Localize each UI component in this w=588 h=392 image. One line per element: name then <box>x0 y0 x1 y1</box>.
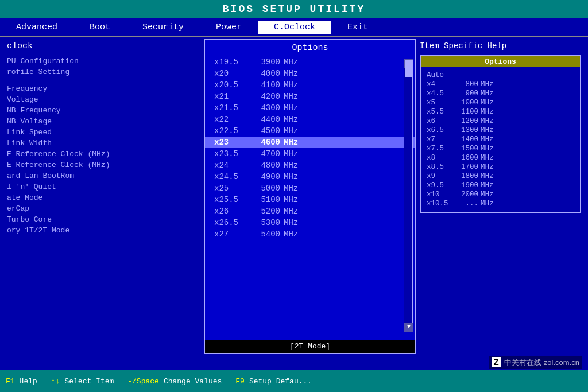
bottom-setup: F9 Setup Defau... <box>235 377 312 386</box>
option-row[interactable]: x22.54500MHz <box>205 125 415 137</box>
menu-nb-voltage[interactable]: NB Voltage <box>7 116 197 127</box>
scrollbar[interactable]: ▲ ▼ <box>404 59 413 332</box>
menu-link-width[interactable]: Link Width <box>7 138 197 149</box>
option-row[interactable]: x25.55100MHz <box>205 194 415 205</box>
menu-memory-mode[interactable]: ory 1T/2T Mode <box>7 225 197 236</box>
watermark-text: 中关村在线 <box>504 358 541 367</box>
watermark-url: zol.com.cn <box>544 358 579 367</box>
bios-screen: BIOS SETUP UTILITY Advanced Boot Securit… <box>0 0 588 392</box>
option-row[interactable]: x234600MHz <box>205 137 415 148</box>
option-row[interactable]: x19.53900MHz <box>205 56 415 68</box>
right-option-row: x61200MHz <box>427 117 574 126</box>
option-row[interactable]: x275400MHz <box>205 228 415 240</box>
right-panel: Item Specific Help Options Autox4800MHzx… <box>413 37 588 222</box>
bottom-bar: F1 Help ↑↓ Select Item -/Space Change Va… <box>0 370 588 392</box>
option-row[interactable]: x20.54100MHz <box>205 79 415 91</box>
nav-coclock[interactable]: C.Oclock <box>258 21 331 34</box>
option-row[interactable]: x23.54700MHz <box>205 148 415 160</box>
right-option-row: x102000MHz <box>427 190 574 199</box>
right-option-row: x10.5...MHz <box>427 199 574 208</box>
space-key: -/Space <box>127 377 159 386</box>
menu-e-ref-clk2[interactable]: E Reference Clock (MHz) <box>7 160 197 170</box>
arrows-key: ↑↓ <box>51 377 60 386</box>
scrollbar-down-arrow[interactable]: ▼ <box>404 323 413 332</box>
help-title: Item Specific Help <box>420 41 581 51</box>
options-list: x19.53900MHzx204000MHzx20.54100MHzx21420… <box>205 56 415 335</box>
watermark: Z 中关村在线 zol.com.cn <box>489 356 582 369</box>
options-dropdown: Options x19.53900MHzx204000MHzx20.54100M… <box>204 39 416 354</box>
select-label: Select Item <box>64 377 114 386</box>
menu-lan-bootrom[interactable]: ard Lan BootRom <box>7 170 197 181</box>
right-option-row: x71400MHz <box>427 135 574 144</box>
menu-quiet[interactable]: l 'n' Quiet <box>7 181 197 192</box>
f1-key: F1 <box>6 377 15 386</box>
f9-key: F9 <box>235 377 245 386</box>
right-option-row: Auto <box>427 71 574 80</box>
nav-security[interactable]: Security <box>126 21 200 34</box>
right-options-header: Options <box>421 56 580 67</box>
bios-title: BIOS SETUP UTILITY <box>223 3 365 15</box>
right-option-row: x4.5900MHz <box>427 89 574 98</box>
right-option-row: x8.51700MHz <box>427 162 574 172</box>
option-row[interactable]: x224400MHz <box>205 114 415 125</box>
current-value: [2T Mode] <box>205 340 415 353</box>
menu-ercap[interactable]: erCap <box>7 203 197 214</box>
menu-e-ref-clk1[interactable]: E Reference Clock (MHz) <box>7 149 197 160</box>
menu-frequency[interactable]: Frequency <box>7 83 197 94</box>
nav-power[interactable]: Power <box>200 21 258 34</box>
option-row[interactable]: x26.55300MHz <box>205 217 415 228</box>
panel-title: clock <box>7 41 197 51</box>
option-row[interactable]: x214200MHz <box>205 91 415 102</box>
nav-boot[interactable]: Boot <box>74 21 126 34</box>
bottom-change: -/Space Change Values <box>127 377 222 386</box>
right-option-row: x91800MHz <box>427 172 574 181</box>
menu-voltage[interactable]: Voltage <box>7 94 197 105</box>
right-option-row: x51000MHz <box>427 98 574 107</box>
option-row[interactable]: x244800MHz <box>205 160 415 171</box>
menu-nb-freq[interactable]: NB Frequency <box>7 105 197 116</box>
nav-advanced[interactable]: Advanced <box>0 21 74 34</box>
z-logo: Z <box>492 357 500 367</box>
right-option-row: x9.51900MHz <box>427 181 574 190</box>
help-label: Help <box>20 377 37 386</box>
bottom-help: F1 Help <box>6 377 37 386</box>
right-options-box: Options Autox4800MHzx4.5900MHzx51000MHzx… <box>420 55 581 213</box>
change-label: Change Values <box>164 377 222 386</box>
nav-bar: Advanced Boot Security Power C.Oclock Ex… <box>0 18 588 37</box>
right-option-row: x7.51500MHz <box>427 144 574 153</box>
menu-link-speed[interactable]: Link Speed <box>7 127 197 138</box>
main-area: clock PU Configuration rofile Setting Fr… <box>0 37 588 356</box>
right-option-row: x5.51100MHz <box>427 107 574 117</box>
option-row[interactable]: x265200MHz <box>205 205 415 217</box>
option-row[interactable]: x21.54300MHz <box>205 102 415 114</box>
option-row[interactable]: x204000MHz <box>205 68 415 79</box>
left-panel: clock PU Configuration rofile Setting Fr… <box>0 37 204 356</box>
title-bar: BIOS SETUP UTILITY <box>0 0 588 18</box>
nav-exit[interactable]: Exit <box>331 21 384 34</box>
scrollbar-thumb[interactable] <box>405 60 413 77</box>
menu-turbo[interactable]: Turbo Core <box>7 214 197 225</box>
right-option-row: x81600MHz <box>427 153 574 162</box>
menu-pu-config[interactable]: PU Configuration <box>7 56 197 67</box>
options-header: Options <box>205 40 415 56</box>
bottom-select: ↑↓ Select Item <box>51 377 114 386</box>
option-row[interactable]: x255000MHz <box>205 183 415 194</box>
right-option-row: x6.51300MHz <box>427 126 574 135</box>
menu-mode[interactable]: ate Mode <box>7 192 197 203</box>
option-row[interactable]: x24.54900MHz <box>205 171 415 183</box>
right-option-row: x4800MHz <box>427 80 574 89</box>
setup-label: Setup Defau... <box>249 377 312 386</box>
menu-profile[interactable]: rofile Setting <box>7 67 197 77</box>
